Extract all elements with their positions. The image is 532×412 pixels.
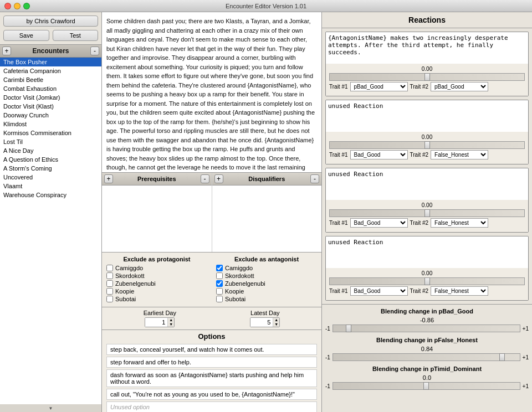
earliest-day-input[interactable] xyxy=(145,318,167,327)
add-disqualifier-button[interactable]: + xyxy=(214,174,223,183)
exclude-checkbox-skordokott-p[interactable] xyxy=(106,272,113,279)
reaction-main-slider-reaction4[interactable] xyxy=(329,277,525,285)
earliest-day-down[interactable]: ▼ xyxy=(168,322,174,327)
blending-slider-row-blend1: -1+1 xyxy=(325,325,529,332)
reaction-main-slider-row-reaction3 xyxy=(329,209,525,217)
exclude-checkbox-zubenelgenubi-a[interactable] xyxy=(216,280,223,287)
exclude-item-skordokott-p: Skordokott xyxy=(106,272,207,279)
add-encounter-button[interactable]: + xyxy=(2,47,11,55)
minimize-button[interactable] xyxy=(14,3,21,9)
reaction-textarea-reaction3[interactable] xyxy=(326,168,528,199)
reaction-main-slider-reaction2[interactable] xyxy=(329,141,525,149)
reaction-slider-value-reaction1: 0.00 xyxy=(329,66,525,72)
sidebar-item-doorway-crunch[interactable]: Doorway Crunch xyxy=(0,111,101,120)
option-item-opt2[interactable]: step forward and offer to help. xyxy=(106,357,317,368)
save-button[interactable]: Save xyxy=(3,30,49,41)
sidebar-item-question-of-ethics[interactable]: A Question of Ethics xyxy=(0,155,101,164)
prereq-disq-row: + Prerequisites - + Disqualifiers - xyxy=(102,173,321,253)
latest-day-down[interactable]: ▼ xyxy=(273,322,279,327)
earliest-day-field: Earliest Day ▲ ▼ xyxy=(144,310,176,327)
reaction-textarea-reaction1[interactable] xyxy=(326,32,528,63)
exclude-checkbox-camiggdo-p[interactable] xyxy=(106,265,113,271)
sidebar-item-cafeteria-companion[interactable]: Cafeteria Companion xyxy=(0,66,101,75)
maximize-button[interactable] xyxy=(23,3,30,9)
reaction-controls-reaction2: 0.00Trait #1pBad_GoodBad_GoodFalse_Hones… xyxy=(326,132,528,164)
sidebar-item-kormisos-commiseration[interactable]: Kormisos Commiseration xyxy=(0,128,101,137)
earliest-day-spinner[interactable]: ▲ ▼ xyxy=(167,318,174,327)
reaction-textarea-reaction2[interactable] xyxy=(326,100,528,131)
sidebar-item-warehouse-conspiracy[interactable]: Warehouse Conspiracy xyxy=(0,190,101,199)
reaction-block-reaction3: 0.00Trait #1pBad_GoodBad_GoodFalse_Hones… xyxy=(325,168,529,233)
encounters-list: The Box PusherCafeteria CompanionCarimbi… xyxy=(0,58,101,404)
exclude-checkbox-koopie-p[interactable] xyxy=(106,288,113,295)
sidebar-item-storms-coming[interactable]: A Storm's Coming xyxy=(0,164,101,173)
exclude-checkbox-zubenelgenubi-p[interactable] xyxy=(106,280,113,287)
reaction-textarea-reaction4[interactable] xyxy=(326,236,528,267)
author-button[interactable]: by Chris Crawford xyxy=(3,16,98,27)
sidebar: by Chris Crawford Save Test + Encounters… xyxy=(0,12,102,412)
titlebar: Encounter Editor Version 1.01 xyxy=(0,0,532,12)
reaction-main-slider-reaction3[interactable] xyxy=(329,209,525,217)
trait1-select-reaction1[interactable]: pBad_GoodBad_GoodFalse_HonestpFalse_Hone… xyxy=(350,82,408,91)
earliest-day-up[interactable]: ▲ xyxy=(168,318,174,322)
window-controls[interactable] xyxy=(4,3,30,9)
blending-slider-row-blend3: -1+1 xyxy=(325,382,529,390)
sidebar-item-vlaamt[interactable]: Vlaamt xyxy=(0,182,101,190)
app-title: Encounter Editor Version 1.01 xyxy=(226,3,306,9)
exclude-item-zubenelgenubi-p: Zubenelgenubi xyxy=(106,280,207,287)
exclude-checkbox-camiggdo-a[interactable] xyxy=(216,265,223,271)
sidebar-item-klimdost[interactable]: Klimdost xyxy=(0,120,101,128)
latest-day-input[interactable] xyxy=(250,318,273,327)
latest-day-spinner[interactable]: ▲ ▼ xyxy=(273,318,279,327)
blending-slider-blend3[interactable] xyxy=(332,382,520,390)
exclude-item-camiggdo-p: Camiggdo xyxy=(106,265,207,271)
trait2-select-reaction3[interactable]: pBad_GoodBad_GoodFalse_HonestpFalse_Hone… xyxy=(431,218,488,228)
option-item-opt4[interactable]: call out, "You're not as young as you us… xyxy=(106,389,317,400)
sidebar-item-nice-day[interactable]: A Nice Day xyxy=(0,146,101,155)
trait1-select-reaction2[interactable]: pBad_GoodBad_GoodFalse_HonestpFalse_Hone… xyxy=(350,150,408,159)
trait2-select-reaction2[interactable]: pBad_GoodBad_GoodFalse_HonestpFalse_Hone… xyxy=(431,150,488,159)
trait2-select-reaction1[interactable]: pBad_GoodBad_GoodFalse_HonestpFalse_Hone… xyxy=(431,82,488,91)
exclude-section: Exclude as protagonist CamiggdoSkordokot… xyxy=(102,253,321,307)
close-button[interactable] xyxy=(4,3,11,9)
reaction-trait-row-reaction4: Trait #1pBad_GoodBad_GoodFalse_HonestpFa… xyxy=(329,286,525,296)
trait2-select-reaction4[interactable]: pBad_GoodBad_GoodFalse_HonestpFalse_Hone… xyxy=(431,286,488,296)
exclude-checkbox-subotai-a[interactable] xyxy=(216,296,223,302)
reaction-main-slider-reaction1[interactable] xyxy=(329,73,525,81)
trait1-select-reaction3[interactable]: pBad_GoodBad_GoodFalse_HonestpFalse_Hone… xyxy=(350,218,408,228)
sidebar-item-uncovered[interactable]: Uncovered xyxy=(0,173,101,182)
blending-slider-blend2[interactable] xyxy=(332,353,520,361)
add-prerequisite-button[interactable]: + xyxy=(104,174,113,183)
trait2-label-reaction2: Trait #2 xyxy=(410,152,429,158)
trait2-label-reaction4: Trait #2 xyxy=(410,288,429,294)
blending-min-label-blend3: -1 xyxy=(325,383,330,389)
exclude-checkbox-skordokott-a[interactable] xyxy=(216,272,223,279)
blending-title-blend2: Blending change in pFalse_Honest xyxy=(325,337,529,343)
reaction-blocks: 0.00Trait #1pBad_GoodBad_GoodFalse_Hones… xyxy=(322,28,532,304)
sidebar-scroll-down[interactable]: ▼ xyxy=(0,404,101,412)
sidebar-item-combat-exhaustion[interactable]: Combat Exhaustion xyxy=(0,84,101,93)
exclude-label-camiggdo-p: Camiggdo xyxy=(115,265,143,271)
trait1-label-reaction1: Trait #1 xyxy=(329,84,348,90)
blending-slider-blend1[interactable] xyxy=(332,325,520,332)
exclude-item-camiggdo-a: Camiggdo xyxy=(216,265,317,271)
remove-prerequisite-button[interactable]: - xyxy=(201,174,209,183)
test-button[interactable]: Test xyxy=(53,30,99,41)
remove-disqualifier-button[interactable]: - xyxy=(310,174,319,183)
sidebar-item-doctor-visit-klast[interactable]: Doctor Visit (Klast) xyxy=(0,102,101,111)
sidebar-item-lost-til[interactable]: Lost Til xyxy=(0,137,101,146)
option-item-opt1[interactable]: step back, conceal yourself, and watch h… xyxy=(106,344,317,355)
sidebar-item-carimbi-beetle[interactable]: Carimbi Beetle xyxy=(0,75,101,84)
sidebar-item-box-pusher[interactable]: The Box Pusher xyxy=(0,58,101,66)
reaction-slider-value-reaction3: 0.00 xyxy=(329,202,525,208)
sidebar-item-doctor-visit-jomkar[interactable]: Doctor Visit (Jomkar) xyxy=(0,93,101,102)
option-item-opt3[interactable]: dash forward as soon as {AntagonistName}… xyxy=(106,369,317,387)
trait1-select-reaction4[interactable]: pBad_GoodBad_GoodFalse_HonestpFalse_Hone… xyxy=(350,286,408,296)
exclude-label-subotai-a: Subotai xyxy=(225,296,245,302)
exclude-checkbox-koopie-a[interactable] xyxy=(216,288,223,295)
option-item-opt5[interactable]: Unused option xyxy=(106,401,317,412)
center-panel: Some children dash past you; there are t… xyxy=(102,12,321,412)
latest-day-up[interactable]: ▲ xyxy=(273,318,279,322)
remove-encounter-button[interactable]: - xyxy=(90,47,99,55)
exclude-checkbox-subotai-p[interactable] xyxy=(106,296,113,302)
